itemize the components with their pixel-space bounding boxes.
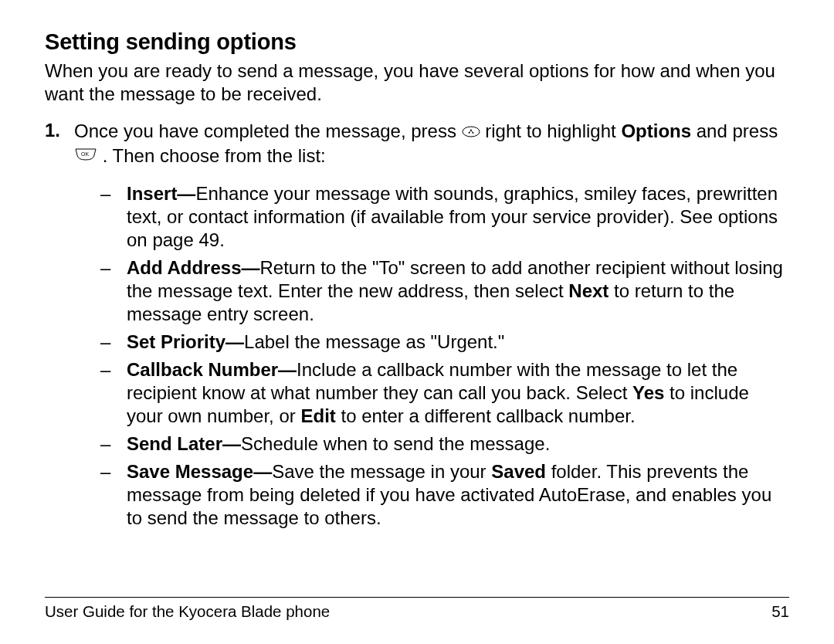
options-word: Options <box>621 120 691 141</box>
step-text: . Then choose from the list: <box>97 145 326 166</box>
step-number: 1. <box>45 120 60 534</box>
option-body: Save Message—Save the message in your Sa… <box>127 460 789 530</box>
option-item: –Callback Number—Include a callback numb… <box>74 358 789 428</box>
option-item: –Send Later—Schedule when to send the me… <box>74 432 789 456</box>
option-text: Yes <box>632 382 664 403</box>
svg-text:OK: OK <box>81 151 89 157</box>
option-label: Insert— <box>127 183 195 204</box>
ok-key-icon: OK <box>74 144 97 167</box>
option-text: Save the message in your <box>272 461 491 482</box>
option-label: Set Priority— <box>127 331 244 352</box>
option-text: Saved <box>491 461 546 482</box>
step-text: Once you have completed the message, pre… <box>74 120 462 141</box>
option-label: Add Address— <box>127 257 259 278</box>
option-text: to enter a different callback number. <box>336 405 636 426</box>
dash: – <box>100 432 113 456</box>
section-heading: Setting sending options <box>45 29 789 55</box>
dash: – <box>100 330 113 354</box>
option-item: –Set Priority—Label the message as "Urge… <box>74 330 789 354</box>
svg-line-5 <box>471 130 473 133</box>
option-body: Insert—Enhance your message with sounds,… <box>127 182 789 252</box>
svg-point-0 <box>463 127 480 137</box>
option-label: Save Message— <box>127 461 272 482</box>
page-footer: User Guide for the Kyocera Blade phone 5… <box>45 597 789 621</box>
option-list: –Insert—Enhance your message with sounds… <box>74 182 789 530</box>
option-item: –Save Message—Save the message in your S… <box>74 460 789 530</box>
step-text: right to highlight <box>480 120 622 141</box>
footer-title: User Guide for the Kyocera Blade phone <box>45 602 330 621</box>
dash: – <box>100 182 113 252</box>
step-text: and press <box>691 120 778 141</box>
option-text: Label the message as "Urgent." <box>244 331 504 352</box>
step-list: 1. Once you have completed the message, … <box>45 120 789 534</box>
page-number: 51 <box>771 602 789 621</box>
option-body: Send Later—Schedule when to send the mes… <box>127 432 789 456</box>
option-label: Send Later— <box>127 433 241 454</box>
option-text: Enhance your message with sounds, graphi… <box>127 183 778 250</box>
option-text: Next <box>568 280 609 301</box>
step-item: 1. Once you have completed the message, … <box>45 120 789 534</box>
option-label: Callback Number— <box>127 359 297 380</box>
svg-line-4 <box>469 130 471 133</box>
step-body: Once you have completed the message, pre… <box>74 120 789 534</box>
option-body: Add Address—Return to the "To" screen to… <box>127 256 789 326</box>
navigate-key-icon <box>462 120 480 143</box>
option-item: –Add Address—Return to the "To" screen t… <box>74 256 789 326</box>
option-text: Edit <box>300 405 335 426</box>
intro-text: When you are ready to send a message, yo… <box>45 59 789 106</box>
dash: – <box>100 460 113 530</box>
option-item: –Insert—Enhance your message with sounds… <box>74 182 789 252</box>
option-text: Schedule when to send the message. <box>241 433 550 454</box>
footer-divider <box>45 597 789 598</box>
option-body: Callback Number—Include a callback numbe… <box>127 358 789 428</box>
dash: – <box>100 256 113 326</box>
option-body: Set Priority—Label the message as "Urgen… <box>127 330 789 354</box>
dash: – <box>100 358 113 428</box>
